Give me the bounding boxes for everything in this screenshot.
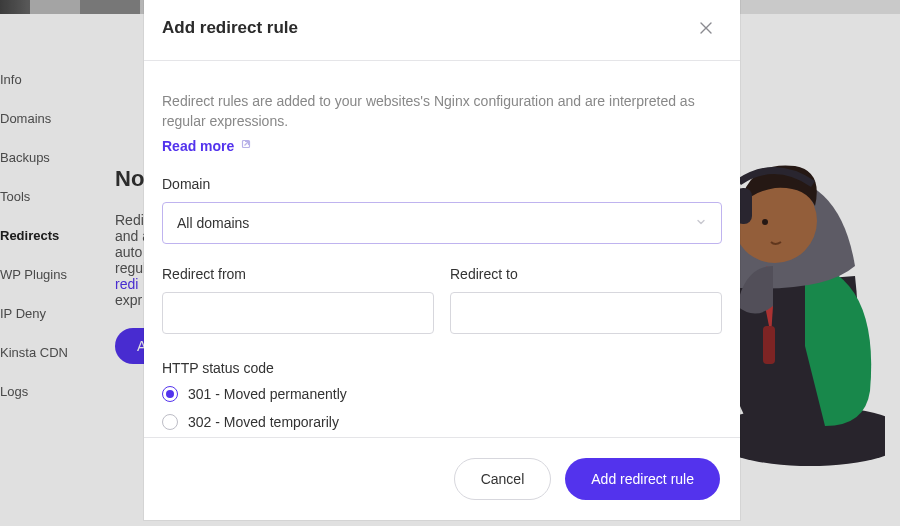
domain-select[interactable]: All domains bbox=[162, 202, 722, 244]
read-more-link[interactable]: Read more bbox=[162, 138, 252, 154]
redirect-to-label: Redirect to bbox=[450, 266, 722, 282]
add-redirect-rule-modal: Add redirect rule Redirect rules are add… bbox=[144, 0, 740, 520]
modal-body: Redirect rules are added to your website… bbox=[144, 61, 740, 437]
external-link-icon bbox=[240, 138, 252, 153]
modal-header: Add redirect rule bbox=[144, 0, 740, 61]
status-code-label: HTTP status code bbox=[162, 360, 722, 376]
modal-description: Redirect rules are added to your website… bbox=[162, 91, 722, 132]
status-code-group: HTTP status code 301 - Moved permanently… bbox=[162, 360, 722, 430]
status-302-radio[interactable]: 302 - Moved temporarily bbox=[162, 414, 722, 430]
status-301-radio[interactable]: 301 - Moved permanently bbox=[162, 386, 722, 402]
domain-label: Domain bbox=[162, 176, 722, 192]
redirect-from-label: Redirect from bbox=[162, 266, 434, 282]
redirect-to-group: Redirect to bbox=[450, 266, 722, 334]
read-more-label: Read more bbox=[162, 138, 234, 154]
radio-icon bbox=[162, 386, 178, 402]
modal-title: Add redirect rule bbox=[162, 18, 298, 38]
redirect-to-input[interactable] bbox=[450, 292, 722, 334]
close-icon[interactable] bbox=[696, 18, 716, 38]
modal-footer: Cancel Add redirect rule bbox=[144, 437, 740, 520]
redirect-from-input[interactable] bbox=[162, 292, 434, 334]
status-302-label: 302 - Moved temporarily bbox=[188, 414, 339, 430]
domain-select-value: All domains bbox=[177, 215, 249, 231]
status-301-label: 301 - Moved permanently bbox=[188, 386, 347, 402]
cancel-button[interactable]: Cancel bbox=[454, 458, 552, 500]
radio-icon bbox=[162, 414, 178, 430]
redirect-from-group: Redirect from bbox=[162, 266, 434, 334]
chevron-down-icon bbox=[695, 215, 707, 231]
redirect-fields-row: Redirect from Redirect to bbox=[162, 266, 722, 334]
domain-field-group: Domain All domains bbox=[162, 176, 722, 244]
add-redirect-rule-button[interactable]: Add redirect rule bbox=[565, 458, 720, 500]
